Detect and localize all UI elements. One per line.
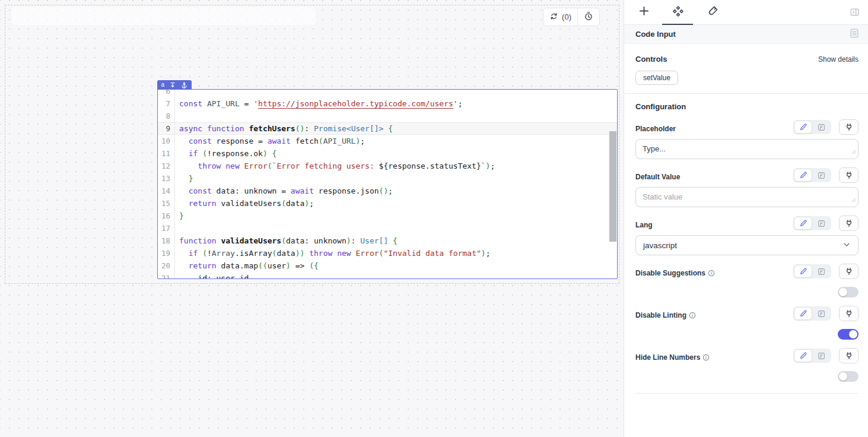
edit-pencil-icon[interactable] (794, 217, 812, 230)
panel-body: Controls Show details setValue Configura… (624, 44, 868, 394)
code-line: 8 (158, 110, 617, 122)
property-lang: Lang (635, 216, 859, 255)
refresh-button[interactable]: (0) (543, 8, 577, 26)
binding-mode-segment (793, 264, 831, 278)
collapse-panel-icon[interactable] (850, 7, 860, 20)
binding-mode-segment (793, 120, 831, 134)
lang-select-value: javascript (643, 241, 677, 250)
code-line: 15 return validateUsers(data); (158, 197, 617, 210)
widget-name-badge[interactable]: a (157, 80, 192, 90)
code-line: 13 } (158, 172, 617, 185)
fx-binding-icon[interactable] (812, 307, 831, 320)
anchor-icon[interactable] (181, 82, 187, 88)
add-widget-tab[interactable] (637, 5, 651, 20)
code-line: 17 (158, 222, 617, 235)
lang-select[interactable]: javascript (635, 235, 859, 255)
info-icon (702, 354, 710, 361)
hide-line-numbers-toggle[interactable] (838, 371, 859, 382)
binding-mode-segment (793, 349, 831, 363)
components-tab[interactable] (671, 5, 685, 20)
property-hide-line-numbers: Hide Line Numbers (635, 348, 859, 382)
code-line: 11 if (!response.ok) { (158, 147, 617, 160)
default-value-input[interactable] (635, 187, 859, 207)
panel-tabs (624, 0, 868, 25)
app-window: (0) a (0, 0, 868, 437)
property-placeholder: Placeholder (635, 119, 859, 159)
code-line: 12 throw new Error(`Error fetching users… (158, 160, 617, 172)
connect-data-plug-icon[interactable] (839, 167, 859, 183)
fx-binding-icon[interactable] (812, 121, 831, 134)
code-editor-content: 67const API_URL = 'https://jsonplacehold… (158, 90, 617, 278)
divider (624, 93, 868, 94)
canvas-action-bar: (0) (543, 8, 600, 26)
property-label: Lang (635, 221, 653, 231)
arrow-down-to-line-icon[interactable] (170, 82, 176, 88)
code-line: 19 if (!Array.isArray(data)) throw new E… (158, 247, 617, 259)
property-disable-linting: Disable Linting (635, 306, 859, 340)
divider (635, 393, 859, 394)
code-line: 21 id: user.id, (158, 272, 617, 278)
configuration-section-title: Configuration (635, 102, 859, 111)
property-label: Disable Suggestions (635, 269, 715, 279)
style-tab[interactable] (705, 5, 720, 20)
fx-binding-icon[interactable] (812, 217, 831, 230)
code-line: 16} (158, 210, 617, 222)
property-label: Disable Linting (635, 311, 696, 321)
connect-data-plug-icon[interactable] (839, 119, 859, 135)
info-icon (708, 270, 715, 277)
notes-icon[interactable] (849, 28, 860, 41)
code-line: 14 const data: unknown = await response.… (158, 185, 617, 197)
code-line: 10 const response = await fetch(API_URL)… (158, 135, 617, 147)
fx-binding-icon[interactable] (812, 265, 831, 278)
property-label: Hide Line Numbers (635, 353, 710, 363)
disable-suggestions-toggle[interactable] (838, 287, 859, 297)
fx-binding-icon[interactable] (812, 349, 831, 362)
widget-title: Code Input (635, 30, 676, 39)
widget-name[interactable]: a (161, 82, 165, 88)
edit-pencil-icon[interactable] (794, 265, 812, 278)
code-line: 9async function fetchUsers(): Promise<Us… (158, 122, 617, 135)
code-editor[interactable]: 67const API_URL = 'https://jsonplacehold… (158, 90, 617, 278)
edit-pencil-icon[interactable] (794, 307, 812, 320)
code-line: 7const API_URL = 'https://jsonplaceholde… (158, 97, 617, 110)
widget-header: Code Input (624, 25, 868, 44)
history-icon (584, 11, 593, 23)
code-input-widget[interactable]: a 67const API_URL = 'https://jsonplaceho… (157, 89, 618, 279)
refresh-icon (549, 12, 558, 23)
canvas[interactable]: (0) a (0, 0, 624, 437)
property-label: Placeholder (635, 125, 676, 135)
properties-panel: Code Input Controls Show details setValu… (624, 0, 868, 437)
show-details-link[interactable]: Show details (818, 55, 859, 64)
binding-mode-segment (793, 306, 831, 321)
setvalue-method-chip[interactable]: setValue (635, 71, 678, 85)
property-disable-suggestions: Disable Suggestions (635, 264, 859, 297)
code-line: 6 (158, 90, 617, 97)
components-icon (672, 5, 684, 20)
code-line: 18function validateUsers(data: unknown):… (158, 235, 617, 247)
controls-section-title: Controls (635, 55, 667, 64)
connect-data-plug-icon[interactable] (839, 216, 859, 231)
binding-mode-segment (793, 168, 831, 182)
code-line: 20 return data.map((user) => ({ (158, 259, 617, 272)
binding-mode-segment (793, 216, 831, 230)
history-button[interactable] (578, 8, 599, 26)
connect-data-plug-icon[interactable] (839, 306, 859, 321)
connect-data-plug-icon[interactable] (839, 348, 859, 363)
active-tab-indicator (662, 24, 693, 26)
placeholder-input[interactable]: Type... (635, 139, 859, 159)
info-icon (689, 312, 696, 319)
disable-linting-toggle[interactable] (838, 329, 859, 340)
property-default-value: Default Value (635, 167, 859, 207)
edit-pencil-icon[interactable] (794, 349, 812, 362)
edit-pencil-icon[interactable] (794, 169, 812, 182)
chevron-down-icon (842, 240, 851, 251)
canvas-section-hint (12, 7, 316, 25)
paintbrush-icon (707, 5, 718, 20)
property-label: Default Value (635, 173, 680, 183)
plus-icon (638, 5, 650, 19)
refresh-count: (0) (562, 12, 571, 21)
connect-data-plug-icon[interactable] (839, 264, 859, 279)
editor-scrollbar[interactable] (609, 131, 616, 242)
edit-pencil-icon[interactable] (794, 121, 812, 134)
fx-binding-icon[interactable] (812, 169, 831, 182)
